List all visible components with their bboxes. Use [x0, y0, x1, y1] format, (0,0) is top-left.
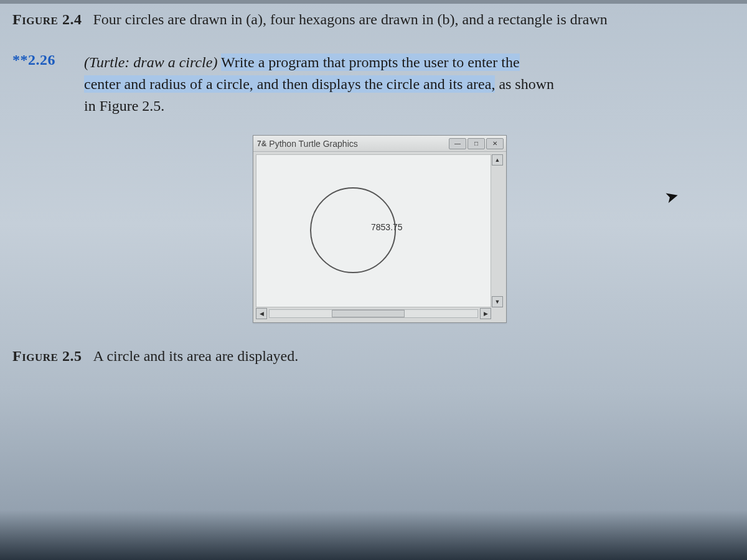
vertical-scrollbar[interactable]: ▲ ▼	[491, 154, 504, 307]
figure-2-4-label: Figure 2.4	[12, 11, 82, 27]
minimize-button[interactable]: —	[449, 138, 466, 149]
figure-2-5-caption: Figure 2.5A circle and its area are disp…	[12, 348, 747, 365]
figure-2-5-text: A circle and its area are displayed.	[93, 348, 298, 364]
window-client-area: 7853.75 ▲ ▼	[253, 152, 506, 307]
figure-2-5-label: Figure 2.5	[12, 348, 82, 364]
figure-2-5-image: 7& Python Turtle Graphics — □ ✕ 7853.75 …	[12, 135, 747, 323]
scroll-left-button[interactable]: ◀	[256, 308, 267, 319]
horizontal-scrollbar[interactable]: ◀ ▶	[256, 307, 491, 320]
tk-icon: 7&	[257, 139, 266, 148]
textbook-page: Figure 2.4Four circles are drawn in (a),…	[0, 0, 747, 560]
hscroll-thumb[interactable]	[332, 310, 405, 317]
exercise-body: (Turtle: draw a circle) Write a program …	[84, 52, 554, 116]
exercise-plain-line2b: as shown	[495, 76, 554, 92]
window-titlebar[interactable]: 7& Python Turtle Graphics — □ ✕	[253, 136, 506, 152]
exercise-plain-line3: in Figure 2.5.	[84, 98, 164, 114]
scroll-down-button[interactable]: ▼	[492, 296, 503, 307]
hscroll-track[interactable]	[269, 309, 478, 318]
exercise-highlight-line2: center and radius of a circle, and then …	[84, 75, 495, 93]
figure-2-4-text: Four circles are drawn in (a), four hexa…	[93, 11, 607, 27]
exercise-title: (Turtle: draw a circle)	[84, 54, 217, 70]
turtle-window: 7& Python Turtle Graphics — □ ✕ 7853.75 …	[253, 135, 507, 323]
exercise-highlight-line1: Write a program that prompts the user to…	[221, 54, 520, 71]
window-title: Python Turtle Graphics	[269, 139, 448, 149]
figure-2-4-caption: Figure 2.4Four circles are drawn in (a),…	[12, 11, 747, 28]
scroll-up-button[interactable]: ▲	[492, 154, 503, 166]
close-button[interactable]: ✕	[486, 138, 504, 149]
exercise-2-26: **2.26 (Turtle: draw a circle) Write a p…	[12, 52, 747, 116]
scroll-right-button[interactable]: ▶	[480, 308, 491, 319]
maximize-button[interactable]: □	[467, 138, 485, 149]
area-text: 7853.75	[371, 222, 403, 232]
turtle-canvas: 7853.75	[256, 154, 491, 307]
exercise-number: **2.26	[12, 52, 84, 68]
